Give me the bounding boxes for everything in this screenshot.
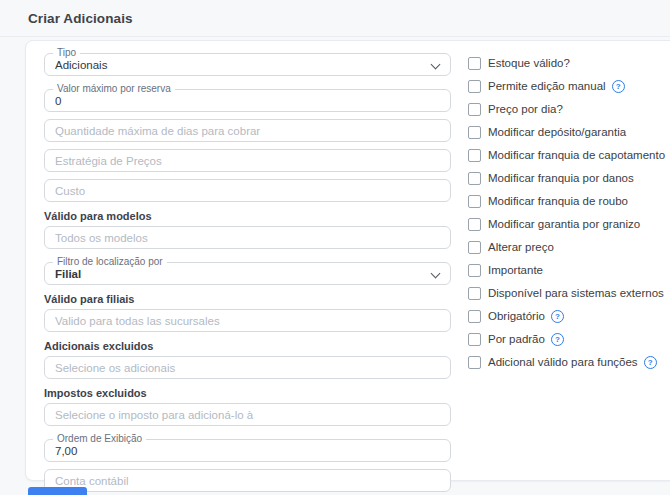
checkbox[interactable] <box>468 333 481 346</box>
checkbox[interactable] <box>468 195 481 208</box>
checkbox[interactable] <box>468 149 481 162</box>
checkbox-row-adicional-valido-funcoes[interactable]: Adicional válido para funções ? <box>468 356 665 369</box>
checkbox-row-modificar-franquia-capotamento[interactable]: Modificar franquia de capotamento <box>468 149 665 162</box>
valor-maximo-label: Valor máximo por reserva <box>53 83 175 95</box>
valido-modelos-label: Válido para modelos <box>44 210 451 223</box>
checkbox-row-por-padrao[interactable]: Por padrão ? <box>468 333 665 346</box>
checkbox[interactable] <box>468 172 481 185</box>
checkbox[interactable] <box>468 264 481 277</box>
tipo-value: Adicionais <box>55 59 107 71</box>
help-question-icon[interactable]: ? <box>551 333 564 346</box>
conta-contabil-input[interactable] <box>44 469 451 492</box>
page-header: Criar Adicionais <box>0 0 670 37</box>
help-question-icon[interactable]: ? <box>551 310 564 323</box>
impostos-excluidos-input[interactable] <box>44 403 451 426</box>
checkbox-row-permite-edicao-manual[interactable]: Permite edição manual ? <box>468 80 665 93</box>
valor-maximo-field[interactable]: Valor máximo por reserva <box>44 89 451 112</box>
checkbox[interactable] <box>468 218 481 231</box>
checkbox[interactable] <box>468 103 481 116</box>
checkbox[interactable] <box>468 126 481 139</box>
filtro-localizacao-select[interactable]: Filtro de localização por Filial <box>44 262 451 285</box>
custo-input[interactable] <box>44 179 451 202</box>
checkbox-row-importante[interactable]: Importante <box>468 264 665 277</box>
checkbox-row-modificar-franquia-danos[interactable]: Modificar franquia por danos <box>468 172 665 185</box>
checkbox[interactable] <box>468 356 481 369</box>
ordem-exibicao-field[interactable]: Ordem de Exibição <box>44 439 451 462</box>
valido-filiais-label: Válido para filiais <box>44 293 451 306</box>
quantidade-dias-input[interactable] <box>44 119 451 142</box>
filtro-localizacao-value: Filial <box>55 268 81 280</box>
checkbox-row-preco-por-dia[interactable]: Preço por dia? <box>468 103 665 116</box>
valido-filiais-input[interactable] <box>44 309 451 332</box>
filtro-localizacao-label: Filtro de localização por <box>53 256 167 268</box>
checkbox[interactable] <box>468 80 481 93</box>
impostos-excluidos-label: Impostos excluidos <box>44 387 451 400</box>
checkbox-row-alterar-preco[interactable]: Alterar preço <box>468 241 665 254</box>
checkbox-row-obrigatorio[interactable]: Obrigatório ? <box>468 310 665 323</box>
checkbox[interactable] <box>468 241 481 254</box>
ordem-exibicao-input[interactable] <box>55 445 440 457</box>
form-card: Tipo Adicionais Valor máximo por reserva… <box>25 40 670 481</box>
checkbox-row-disponivel-sistemas-externos[interactable]: Disponível para sistemas externos <box>468 287 665 300</box>
valor-maximo-input[interactable] <box>55 95 440 107</box>
form-fields-column: Tipo Adicionais Valor máximo por reserva… <box>44 53 451 492</box>
page-title: Criar Adicionais <box>28 11 133 26</box>
help-question-icon[interactable]: ? <box>644 356 657 369</box>
adicionais-excluidos-label: Adicionais excluidos <box>44 340 451 353</box>
help-question-icon[interactable]: ? <box>612 80 625 93</box>
save-button-partial[interactable] <box>28 487 87 495</box>
estrategia-precos-input[interactable] <box>44 149 451 172</box>
checkbox[interactable] <box>468 287 481 300</box>
adicionais-excluidos-input[interactable] <box>44 356 451 379</box>
checkbox[interactable] <box>468 310 481 323</box>
checkbox-row-modificar-garantia-granizo[interactable]: Modificar garantia por granizo <box>468 218 665 231</box>
valido-modelos-input[interactable] <box>44 226 451 249</box>
checkbox-row-modificar-deposito-garantia[interactable]: Modificar depósito/garantia <box>468 126 665 139</box>
tipo-select[interactable]: Tipo Adicionais <box>44 53 451 76</box>
chevron-down-icon <box>431 269 441 279</box>
ordem-exibicao-label: Ordem de Exibição <box>53 433 146 445</box>
tipo-label: Tipo <box>53 47 80 59</box>
checkbox-column: Estoque válido? Permite edição manual ? … <box>468 53 665 492</box>
checkbox-row-modificar-franquia-roubo[interactable]: Modificar franquia de roubo <box>468 195 665 208</box>
checkbox-row-estoque-valido[interactable]: Estoque válido? <box>468 57 665 70</box>
checkbox[interactable] <box>468 57 481 70</box>
chevron-down-icon <box>431 60 441 70</box>
